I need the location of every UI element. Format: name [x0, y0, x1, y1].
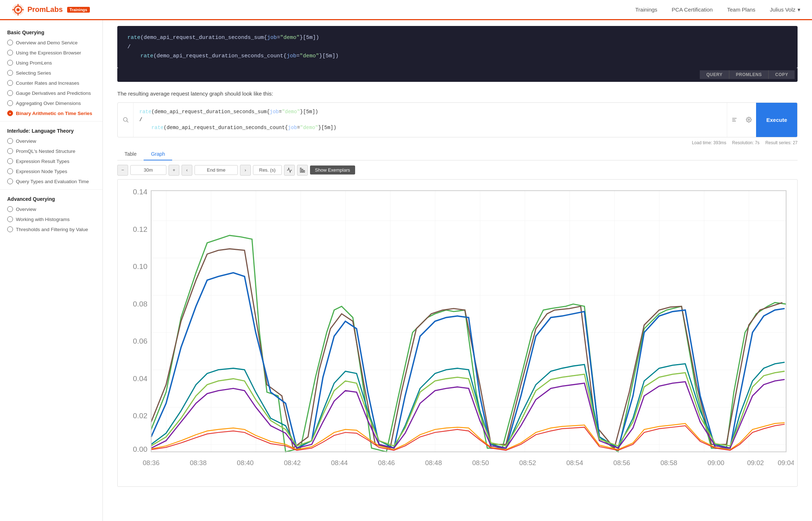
prev-time-button[interactable]: ‹ — [182, 165, 192, 176]
svg-text:08:54: 08:54 — [566, 459, 583, 467]
sidebar-item-expression-browser[interactable]: Using the Expression Browser — [0, 48, 102, 58]
nav-team-plans[interactable]: Team Plans — [727, 6, 755, 13]
sidebar-label: Using PromLens — [16, 60, 52, 66]
circle-icon-active: ● — [7, 110, 13, 116]
circle-icon — [7, 168, 13, 174]
sidebar-item-query-types[interactable]: Query Types and Evaluation Time — [0, 176, 102, 186]
user-menu[interactable]: Julius Volz ▾ — [770, 6, 800, 13]
svg-text:09:02: 09:02 — [747, 459, 764, 467]
circle-icon — [7, 60, 13, 66]
svg-text:08:36: 08:36 — [143, 459, 160, 467]
format-button[interactable] — [727, 103, 742, 137]
svg-text:08:44: 08:44 — [331, 459, 348, 467]
query-editor[interactable]: rate(demo_api_request_duration_seconds_s… — [134, 103, 727, 137]
sidebar-item-histograms[interactable]: Working with Histograms — [0, 214, 102, 224]
code-block-dark: rate(demo_api_request_duration_seconds_s… — [117, 26, 798, 68]
promlabs-logo-icon — [12, 3, 25, 16]
svg-rect-13 — [300, 168, 301, 172]
sidebar-label: Gauge Derivatives and Predictions — [16, 90, 91, 96]
sidebar-label: Using the Expression Browser — [16, 50, 81, 56]
header-nav: Trainings PCA Certification Team Plans J… — [635, 6, 800, 13]
end-time-display[interactable]: End time — [195, 165, 238, 175]
code-line-1: rate(demo_api_request_duration_seconds_s… — [127, 33, 787, 43]
svg-text:0.10: 0.10 — [133, 262, 147, 270]
circle-icon — [7, 70, 13, 76]
circle-icon — [7, 50, 13, 56]
query-line-2: / — [139, 116, 721, 124]
sidebar-item-overview-demo[interactable]: Overview and Demo Service — [0, 37, 102, 48]
svg-point-2 — [17, 8, 19, 11]
sidebar-item-nested-structure[interactable]: PromQL's Nested Structure — [0, 146, 102, 156]
query-line-1: rate(demo_api_request_duration_seconds_s… — [139, 108, 721, 116]
sidebar-label: Thresholds and Filtering by Value — [16, 227, 88, 232]
svg-text:08:46: 08:46 — [378, 459, 395, 467]
svg-point-12 — [748, 119, 750, 120]
app-header: PromLabs Trainings Trainings PCA Certifi… — [0, 0, 812, 20]
sidebar-item-result-types[interactable]: Expression Result Types — [0, 156, 102, 166]
logo-text: PromLabs — [27, 5, 63, 14]
sidebar-label: Selecting Series — [16, 70, 51, 76]
circle-icon — [7, 80, 13, 86]
logo[interactable]: PromLabs — [12, 3, 63, 16]
svg-text:08:42: 08:42 — [284, 459, 301, 467]
nav-pca[interactable]: PCA Certification — [672, 6, 712, 13]
load-time: Load time: 393ms — [692, 140, 726, 145]
sidebar-item-gauge-derivatives[interactable]: Gauge Derivatives and Predictions — [0, 88, 102, 98]
sidebar-item-aggregating[interactable]: Aggregating Over Dimensions — [0, 98, 102, 108]
sidebar-item-counter-rates[interactable]: Counter Rates and Increases — [0, 78, 102, 88]
resolution: Resolution: 7s — [732, 140, 760, 145]
tab-graph[interactable]: Graph — [144, 148, 172, 160]
sidebar-label: Expression Node Types — [16, 169, 67, 174]
svg-text:0.00: 0.00 — [133, 445, 147, 453]
sidebar-item-thresholds[interactable]: Thresholds and Filtering by Value — [0, 224, 102, 234]
page-layout: Basic Querying Overview and Demo Service… — [0, 20, 812, 521]
sidebar-item-overview[interactable]: Overview — [0, 136, 102, 146]
query-line-3: rate(demo_api_request_duration_seconds_c… — [139, 124, 721, 132]
tab-table[interactable]: Table — [117, 148, 144, 160]
svg-text:0.14: 0.14 — [133, 187, 147, 196]
sidebar-label: Binary Arithmetic on Time Series — [16, 111, 92, 116]
promlens-button[interactable]: PROMLENS — [729, 70, 768, 79]
duration-display: 30m — [130, 165, 166, 175]
query-box-inner: rate(demo_api_request_duration_seconds_s… — [118, 103, 797, 137]
execute-button[interactable]: Execute — [756, 103, 797, 137]
sidebar-item-node-types[interactable]: Expression Node Types — [0, 166, 102, 176]
graph-controls: − 30m + ‹ End time › Res. (s) Show Exemp… — [117, 165, 798, 176]
svg-text:0.06: 0.06 — [133, 337, 147, 345]
line-chart-icon-button[interactable] — [284, 165, 295, 176]
chevron-down-icon: ▾ — [798, 6, 800, 13]
svg-text:08:48: 08:48 — [425, 459, 442, 467]
circle-icon — [7, 158, 13, 164]
sidebar-item-selecting-series[interactable]: Selecting Series — [0, 68, 102, 78]
sidebar: Basic Querying Overview and Demo Service… — [0, 20, 103, 521]
sidebar-item-promlens[interactable]: Using PromLens — [0, 58, 102, 68]
meta-row: Load time: 393ms Resolution: 7s Result s… — [117, 140, 798, 145]
bar-chart-icon-button[interactable] — [297, 165, 308, 176]
header-left: PromLabs Trainings — [12, 3, 90, 16]
sidebar-item-adv-overview[interactable]: Overview — [0, 204, 102, 214]
svg-rect-14 — [302, 169, 303, 172]
query-actions: Execute — [727, 103, 797, 137]
resolution-input[interactable]: Res. (s) — [253, 165, 282, 175]
sidebar-section-advanced-querying: Advanced Querying — [0, 193, 102, 204]
query-button[interactable]: QUERY — [700, 70, 729, 79]
copy-button[interactable]: COPY — [768, 70, 795, 79]
show-exemplars-button[interactable]: Show Exemplars — [310, 165, 355, 175]
settings-button[interactable] — [742, 103, 756, 137]
sidebar-section-basic-querying: Basic Querying — [0, 26, 102, 37]
svg-line-8 — [127, 121, 128, 122]
nav-trainings[interactable]: Trainings — [635, 6, 657, 13]
zoom-out-button[interactable]: − — [117, 165, 128, 176]
code-toolbar: QUERY PROMLENS COPY — [117, 68, 798, 82]
svg-text:09:00: 09:00 — [707, 459, 724, 467]
next-time-button[interactable]: › — [240, 165, 251, 176]
sidebar-label: PromQL's Nested Structure — [16, 149, 75, 154]
zoom-in-button[interactable]: + — [169, 165, 179, 176]
svg-text:08:50: 08:50 — [472, 459, 489, 467]
circle-icon — [7, 226, 13, 232]
sidebar-label: Overview — [16, 207, 36, 212]
description-text: The resulting average request latency gr… — [117, 90, 798, 97]
sidebar-divider-2 — [0, 189, 102, 190]
sidebar-label: Overview — [16, 138, 36, 144]
sidebar-item-binary-arithmetic[interactable]: ● Binary Arithmetic on Time Series — [0, 108, 102, 118]
